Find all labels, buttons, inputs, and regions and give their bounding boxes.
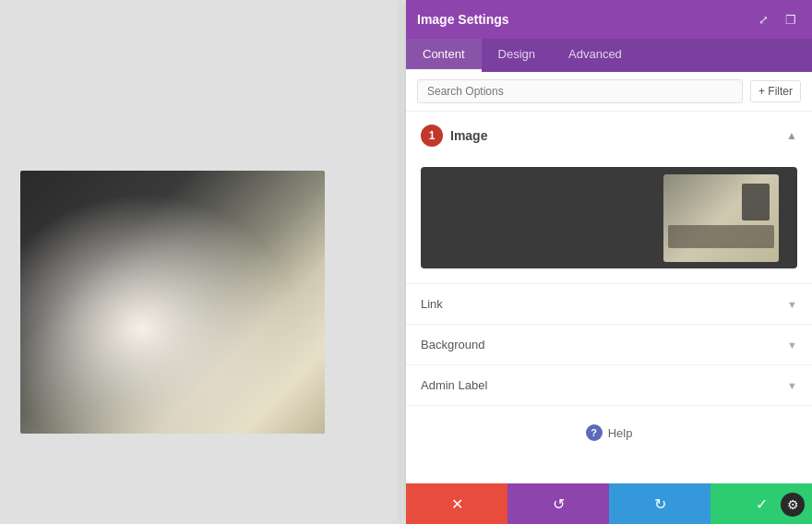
panel-header-icons: ⤢ ❐ — [753, 9, 801, 30]
copy-icon[interactable]: ❐ — [781, 9, 801, 30]
link-section: Link ▼ — [406, 284, 812, 325]
tab-design[interactable]: Design — [482, 39, 552, 72]
help-icon: ? — [586, 424, 603, 441]
admin-label-section: Admin Label ▼ — [406, 365, 812, 406]
image-preview-container — [406, 160, 812, 283]
preview-area — [0, 0, 401, 524]
image-preview-thumb — [663, 174, 779, 262]
background-chevron-icon: ▼ — [787, 339, 797, 351]
link-section-title: Link — [421, 297, 443, 311]
link-chevron-icon: ▼ — [787, 299, 797, 310]
help-text[interactable]: Help — [608, 426, 633, 440]
panel-tabs: Content Design Advanced — [406, 39, 812, 72]
admin-label-section-header[interactable]: Admin Label ▼ — [406, 365, 812, 405]
image-section-header-left: 1 Image — [421, 125, 487, 147]
image-chevron-icon: ▲ — [786, 129, 797, 142]
preview-image-inner — [20, 171, 325, 434]
panel-header: Image Settings ⤢ ❐ — [406, 0, 812, 39]
admin-label-section-title: Admin Label — [421, 378, 487, 392]
settings-panel: Image Settings ⤢ ❐ Content Design Advanc… — [406, 0, 812, 524]
help-section: ? Help — [406, 406, 812, 459]
redo-button[interactable]: ↻ — [609, 483, 710, 524]
background-section-title: Background — [421, 338, 484, 351]
tab-advanced[interactable]: Advanced — [552, 39, 639, 72]
link-section-header[interactable]: Link ▼ — [406, 284, 812, 324]
tab-content[interactable]: Content — [406, 39, 482, 72]
corner-settings-icon[interactable]: ⚙ — [781, 493, 805, 517]
search-input[interactable] — [417, 79, 743, 103]
reset-button[interactable]: ↺ — [508, 483, 609, 524]
step-badge: 1 — [421, 125, 443, 147]
panel-body: 1 Image ▲ Link ▼ Background ▼ — [406, 112, 812, 483]
preview-image — [20, 171, 325, 434]
image-preview-box[interactable] — [421, 167, 797, 268]
image-section: 1 Image ▲ — [406, 112, 812, 284]
background-section-header[interactable]: Background ▼ — [406, 325, 812, 364]
expand-icon[interactable]: ⤢ — [753, 9, 773, 30]
background-section: Background ▼ — [406, 325, 812, 365]
cancel-button[interactable]: ✕ — [406, 483, 508, 524]
image-section-header[interactable]: 1 Image ▲ — [406, 112, 812, 160]
search-bar: + Filter — [406, 72, 812, 112]
panel-title: Image Settings — [417, 12, 509, 27]
filter-button[interactable]: + Filter — [750, 80, 801, 102]
admin-label-chevron-icon: ▼ — [787, 380, 797, 391]
action-bar: ✕ ↺ ↻ ✓ — [406, 483, 812, 524]
image-section-title: Image — [450, 128, 487, 143]
